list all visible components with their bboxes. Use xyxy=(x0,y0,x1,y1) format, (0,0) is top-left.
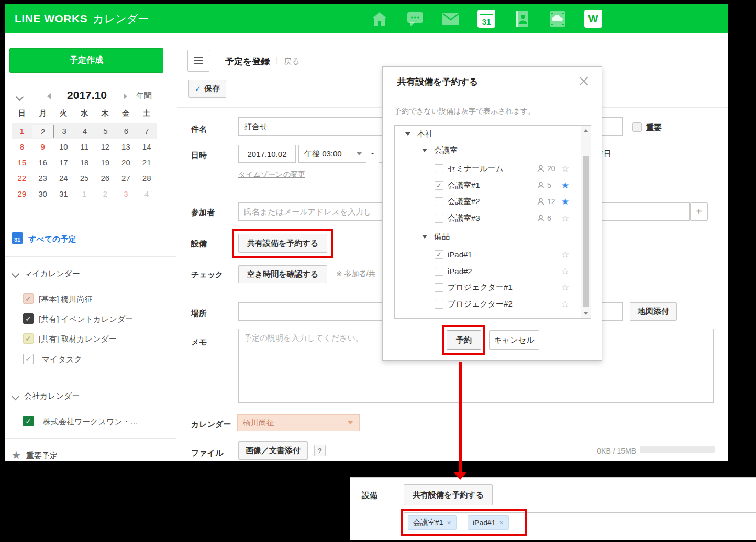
equipment-checkbox[interactable] xyxy=(435,214,443,223)
mail-icon[interactable] xyxy=(440,4,461,33)
calendar-day[interactable]: 24 xyxy=(53,172,74,185)
equipment-tag-meeting-room-1[interactable]: 会議室#1 × xyxy=(408,515,457,530)
contacts-icon[interactable] xyxy=(512,4,532,33)
equipment-tags-input[interactable] xyxy=(404,512,756,533)
scroll-down-icon[interactable] xyxy=(581,308,591,318)
scrollbar[interactable] xyxy=(581,126,591,318)
calendar-day[interactable]: 6 xyxy=(116,125,136,138)
year-view-link[interactable]: 年間 xyxy=(136,91,152,101)
calendar-day[interactable]: 1 xyxy=(74,187,95,201)
tree-item-meeting-room-2[interactable]: 会議室#2 12 xyxy=(395,195,581,208)
favorite-star-icon[interactable] xyxy=(561,267,569,276)
tree-group-headquarters[interactable]: 本社 xyxy=(395,127,581,141)
calendar-day[interactable]: 2 xyxy=(95,187,116,201)
drive-icon[interactable] xyxy=(547,4,568,33)
calendar-day[interactable]: 23 xyxy=(32,172,53,185)
equipment-checkbox[interactable] xyxy=(435,197,443,206)
calendar-day[interactable]: 15 xyxy=(12,156,32,170)
reserve-equipment-button[interactable]: 共有設備を予約する xyxy=(404,484,493,505)
calendar-icon[interactable]: 31 xyxy=(476,4,497,33)
tree-item-meeting-room-1[interactable]: 会議室#1 5 xyxy=(395,178,581,192)
favorite-star-icon[interactable] xyxy=(561,300,569,309)
tree-expand-icon[interactable] xyxy=(422,235,427,239)
calendar-day[interactable]: 22 xyxy=(12,172,32,185)
calendar-checkbox[interactable] xyxy=(23,354,34,364)
section-company-calendar[interactable]: 会社カレンダー xyxy=(24,391,80,401)
sidebar-item-my-task[interactable]: マイタスク xyxy=(42,355,82,365)
calendar-day[interactable]: 13 xyxy=(116,140,137,154)
calendar-day[interactable]: 3 xyxy=(116,187,137,201)
sidebar-item-coverage-calendar[interactable]: [共有] 取材カレンダー xyxy=(39,334,117,344)
scroll-up-icon[interactable] xyxy=(581,126,591,136)
calendar-day[interactable]: 14 xyxy=(136,140,157,154)
calendar-select[interactable]: 橋川尚征 xyxy=(237,414,360,431)
equipment-checkbox[interactable] xyxy=(435,164,443,173)
remove-tag-icon[interactable]: × xyxy=(447,518,451,527)
calendar-day[interactable]: 11 xyxy=(74,140,95,154)
save-button[interactable]: ✓保存 xyxy=(188,80,226,98)
start-date-input[interactable] xyxy=(238,145,296,163)
sidebar-item-important[interactable]: 重要予定 xyxy=(26,451,58,461)
sidebar-item-all-events[interactable]: すべての予定 xyxy=(28,234,76,244)
calendar-day[interactable]: 12 xyxy=(95,140,116,154)
attach-map-button[interactable]: 地図添付 xyxy=(630,302,677,321)
remove-tag-icon[interactable]: × xyxy=(499,518,504,527)
favorite-star-icon[interactable] xyxy=(561,181,569,190)
reserve-equipment-button[interactable]: 共有設備を予約する xyxy=(238,234,327,253)
calendar-checkbox[interactable] xyxy=(23,313,34,324)
calendar-day[interactable]: 9 xyxy=(32,140,53,154)
calendar-checkbox[interactable] xyxy=(23,293,34,304)
calendar-day[interactable]: 27 xyxy=(116,172,137,185)
favorite-star-icon[interactable] xyxy=(561,164,569,173)
calendar-day[interactable]: 20 xyxy=(116,156,137,170)
start-time-select[interactable]: 午後 03:00 xyxy=(298,145,366,163)
equipment-checkbox[interactable] xyxy=(435,300,443,309)
tree-expand-icon[interactable] xyxy=(405,132,410,136)
equipment-checkbox[interactable] xyxy=(435,250,443,259)
sidebar-item-company[interactable]: 株式会社ワークスワン・… xyxy=(43,417,138,427)
calendar-day[interactable]: 18 xyxy=(74,156,95,170)
favorite-star-icon[interactable] xyxy=(561,283,569,292)
calendar-checkbox[interactable] xyxy=(23,416,34,426)
tree-expand-icon[interactable] xyxy=(422,149,427,152)
tree-item-ipad-1[interactable]: iPad#1 xyxy=(395,247,581,261)
reserve-confirm-button[interactable]: 予約 xyxy=(447,330,481,350)
calendar-day[interactable]: 4 xyxy=(136,187,157,201)
important-checkbox[interactable] xyxy=(632,122,642,132)
calendar-day[interactable]: 28 xyxy=(136,172,157,185)
calendar-day[interactable]: 17 xyxy=(53,156,74,170)
close-icon[interactable] xyxy=(577,75,590,87)
calendar-day[interactable]: 16 xyxy=(32,156,53,170)
equipment-tag-ipad-1[interactable]: iPad#1 × xyxy=(468,515,509,530)
tree-item-projector-1[interactable]: プロジェクター#1 xyxy=(395,280,581,294)
calendar-day[interactable]: 1 xyxy=(12,125,32,138)
calendar-day[interactable]: 25 xyxy=(74,172,95,185)
chat-icon[interactable] xyxy=(405,4,426,33)
equipment-checkbox[interactable] xyxy=(435,267,443,276)
favorite-star-icon[interactable] xyxy=(561,250,569,259)
calendar-day[interactable]: 30 xyxy=(32,187,53,201)
attach-file-button[interactable]: 画像／文書添付 xyxy=(238,441,308,460)
calendar-day[interactable]: 10 xyxy=(53,140,74,154)
calendar-day[interactable]: 3 xyxy=(54,125,74,138)
cancel-button[interactable]: キャンセル xyxy=(489,330,539,350)
calendar-day[interactable]: 5 xyxy=(95,125,116,138)
timezone-link[interactable]: タイムゾーンの変更 xyxy=(238,170,305,179)
calendar-day[interactable]: 8 xyxy=(12,140,32,154)
calendar-day[interactable]: 31 xyxy=(53,187,74,201)
favorite-star-icon[interactable] xyxy=(561,197,569,206)
calendar-day[interactable]: 21 xyxy=(136,156,157,170)
calendar-checkbox[interactable] xyxy=(23,333,34,344)
help-icon[interactable]: ? xyxy=(314,445,326,456)
create-event-button[interactable]: 予定作成 xyxy=(9,48,163,73)
menu-toggle-button[interactable] xyxy=(187,50,209,72)
tree-item-meeting-room-3[interactable]: 会議室#3 6 xyxy=(395,211,581,225)
section-my-calendar[interactable]: マイカレンダー xyxy=(24,269,80,279)
check-availability-button[interactable]: 空き時間を確認する xyxy=(238,265,327,283)
tree-item-ipad-2[interactable]: iPad#2 xyxy=(395,264,581,278)
tree-item-projector-2[interactable]: プロジェクター#2 xyxy=(395,297,581,311)
works-logo-icon[interactable]: W xyxy=(583,4,604,33)
tree-item-seminar-room[interactable]: セミナールーム 20 xyxy=(395,162,581,175)
calendar-day[interactable]: 26 xyxy=(95,172,116,185)
equipment-checkbox[interactable] xyxy=(435,283,443,292)
